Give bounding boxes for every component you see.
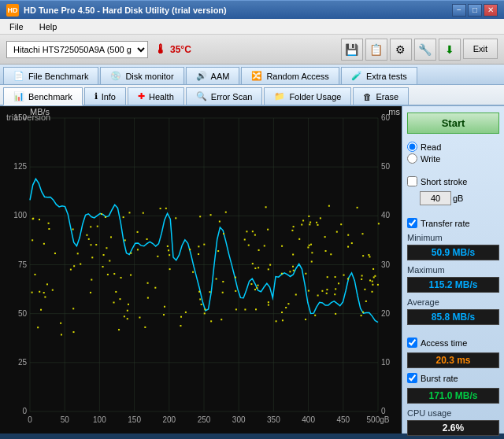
- maximum-value: 115.2 MB/s: [407, 277, 499, 293]
- minimum-label: Minimum: [407, 233, 499, 242]
- tab-error-scan[interactable]: 🔍 Error Scan: [186, 87, 263, 105]
- health-icon: ✚: [138, 91, 145, 101]
- menu-bar: File Help: [0, 19, 504, 35]
- toolbar: Hitachi HTS725050A9A (500 gB) 🌡 35°C 💾 📋…: [0, 35, 504, 65]
- tab-folder-usage[interactable]: 📁 Folder Usage: [264, 87, 351, 105]
- average-group: Average 85.8 MB/s: [407, 297, 499, 325]
- thermometer-icon: 🌡: [154, 42, 167, 57]
- toolbar-icon-2[interactable]: 📋: [365, 39, 387, 61]
- disk-monitor-icon: 💿: [110, 71, 121, 81]
- tab-extra-tests[interactable]: 🧪 Extra tests: [341, 67, 417, 84]
- read-radio[interactable]: [407, 142, 417, 152]
- app-icon: HD: [6, 4, 19, 17]
- access-time-label: Access time: [421, 338, 467, 348]
- benchmark-canvas: [0, 106, 402, 433]
- tab-file-benchmark[interactable]: 📄 File Benchmark: [3, 67, 98, 84]
- toolbar-icons: 💾 📋 ⚙ 🔧 ⬇ Exit: [341, 39, 498, 61]
- close-button[interactable]: ✕: [484, 4, 498, 17]
- cpu-usage-value: 2.6%: [407, 420, 499, 436]
- spin-box: gB: [407, 191, 499, 205]
- average-label: Average: [407, 297, 499, 307]
- cpu-usage-label: CPU usage: [407, 408, 499, 418]
- aam-icon: 🔊: [196, 71, 207, 81]
- exit-button[interactable]: Exit: [463, 39, 498, 59]
- tab-aam[interactable]: 🔊 AAM: [186, 67, 240, 84]
- erase-icon: 🗑: [363, 92, 372, 101]
- tab-disk-monitor[interactable]: 💿 Disk monitor: [100, 67, 183, 84]
- maximum-group: Maximum 115.2 MB/s: [407, 265, 499, 293]
- burst-rate-label: Burst rate: [421, 374, 458, 383]
- tab-benchmark[interactable]: 📊 Benchmark: [3, 87, 83, 105]
- title-controls: − □ ✕: [452, 4, 498, 17]
- menu-file[interactable]: File: [6, 21, 27, 32]
- write-radio-label[interactable]: Write: [407, 153, 499, 164]
- transfer-rate-label: Transfer rate: [421, 219, 470, 228]
- tab-random-access[interactable]: 🔀 Random Access: [241, 67, 339, 84]
- average-value: 85.8 MB/s: [407, 309, 499, 325]
- chart-area: trial version: [0, 106, 402, 433]
- spin-input[interactable]: [420, 191, 451, 205]
- toolbar-icon-1[interactable]: 💾: [341, 39, 363, 61]
- extra-tests-icon: 🧪: [351, 71, 362, 81]
- tab-health[interactable]: ✚ Health: [128, 87, 184, 105]
- transfer-rate-checkbox-label[interactable]: Transfer rate: [407, 218, 499, 228]
- tabs-row1: 📄 File Benchmark 💿 Disk monitor 🔊 AAM 🔀 …: [0, 65, 504, 85]
- tabs-row2: 📊 Benchmark ℹ Info ✚ Health 🔍 Error Scan…: [0, 85, 504, 106]
- title-bar-left: HD HD Tune Pro 4.50 - Hard Disk Utility …: [6, 4, 227, 17]
- read-write-group: Read Write: [407, 142, 499, 164]
- minimum-group: Minimum 50.9 MB/s: [407, 233, 499, 260]
- folder-usage-icon: 📁: [274, 91, 285, 101]
- temperature-display: 🌡 35°C: [154, 42, 191, 57]
- write-label: Write: [421, 154, 440, 164]
- access-time-checkbox-label[interactable]: Access time: [407, 338, 499, 348]
- short-stroke-checkbox-label[interactable]: Short stroke: [407, 176, 499, 186]
- window-title: HD Tune Pro 4.50 - Hard Disk Utility (tr…: [24, 6, 227, 15]
- burst-rate-checkbox-label[interactable]: Burst rate: [407, 373, 499, 383]
- access-time-checkbox[interactable]: [407, 338, 417, 348]
- maximize-button[interactable]: □: [468, 4, 482, 17]
- short-stroke-label: Short stroke: [421, 177, 467, 186]
- main-content: trial version Start Read Write Short str…: [0, 106, 504, 433]
- file-benchmark-icon: 📄: [13, 71, 24, 81]
- temperature-value: 35°C: [170, 44, 191, 55]
- toolbar-icon-4[interactable]: 🔧: [414, 39, 436, 61]
- title-bar: HD HD Tune Pro 4.50 - Hard Disk Utility …: [0, 0, 504, 19]
- read-label: Read: [421, 142, 441, 152]
- maximum-label: Maximum: [407, 265, 499, 275]
- transfer-rate-checkbox[interactable]: [407, 218, 417, 228]
- start-button[interactable]: Start: [407, 113, 499, 134]
- toolbar-icon-3[interactable]: ⚙: [390, 39, 412, 61]
- write-radio[interactable]: [407, 153, 417, 164]
- read-radio-label[interactable]: Read: [407, 142, 499, 152]
- info-icon: ℹ: [94, 91, 98, 101]
- trial-label: trial version: [6, 113, 50, 122]
- benchmark-icon: 📊: [13, 91, 24, 101]
- short-stroke-checkbox[interactable]: [407, 176, 417, 186]
- burst-rate-checkbox[interactable]: [407, 373, 417, 383]
- minimum-value: 50.9 MB/s: [407, 245, 499, 260]
- side-panel: Start Read Write Short stroke gB Transfe…: [402, 106, 504, 433]
- gB-label: gB: [453, 194, 463, 203]
- minimize-button[interactable]: −: [452, 4, 466, 17]
- menu-help[interactable]: Help: [36, 21, 61, 32]
- tab-info[interactable]: ℹ Info: [84, 87, 126, 105]
- random-access-icon: 🔀: [251, 71, 262, 81]
- error-scan-icon: 🔍: [196, 91, 207, 101]
- drive-selector[interactable]: Hitachi HTS725050A9A (500 gB): [6, 41, 148, 58]
- cpu-usage-group: CPU usage 2.6%: [407, 408, 499, 436]
- access-time-value: 20.3 ms: [407, 352, 499, 368]
- toolbar-icon-5[interactable]: ⬇: [439, 39, 461, 61]
- tab-erase[interactable]: 🗑 Erase: [353, 87, 409, 105]
- burst-rate-value: 171.0 MB/s: [407, 388, 499, 404]
